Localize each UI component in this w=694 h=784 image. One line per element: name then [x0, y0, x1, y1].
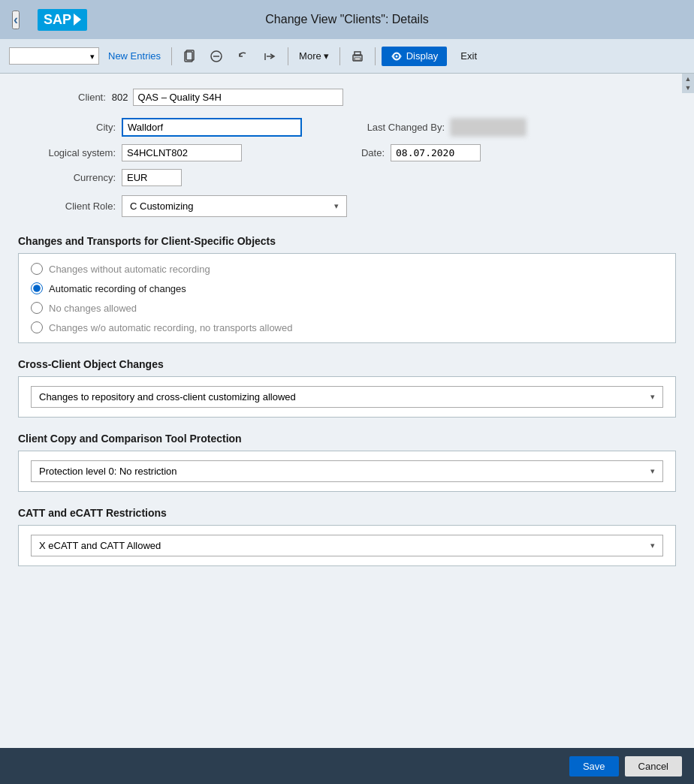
- main-content: ▲ ▼ Client: 802 City: Last Changed By: L…: [0, 74, 694, 748]
- more-label: More: [299, 50, 321, 62]
- toolbar-separator-2: [288, 47, 288, 65]
- undo-icon-button[interactable]: [232, 47, 255, 66]
- radio-item-2: Automatic recording of changes: [31, 282, 663, 294]
- client-copy-value: Protection level 0: No restriction: [39, 466, 177, 477]
- radio-no-changes[interactable]: [31, 302, 43, 314]
- radio-no-changes-label: No changes allowed: [49, 303, 137, 314]
- svg-rect-7: [355, 58, 361, 60]
- logical-system-label: Logical system:: [18, 147, 116, 158]
- svg-rect-6: [355, 52, 361, 56]
- forward-icon: [264, 50, 277, 63]
- cancel-button[interactable]: Cancel: [625, 756, 682, 776]
- bottom-bar: Save Cancel: [0, 748, 694, 784]
- cross-client-box: Changes to repository and cross-client c…: [18, 376, 676, 418]
- title-bar: ‹ SAP Change View "Clients": Details: [0, 0, 694, 39]
- cross-client-title: Cross-Client Object Changes: [18, 358, 676, 370]
- more-button[interactable]: More ▾: [294, 47, 333, 65]
- catt-box: X eCATT and CATT Allowed ▾: [18, 525, 676, 566]
- client-copy-dropdown[interactable]: Protection level 0: No restriction ▾: [31, 460, 663, 482]
- forward-icon-button[interactable]: [259, 47, 282, 66]
- currency-label: Currency:: [18, 172, 116, 183]
- last-changed-col: Last Changed By:: [347, 119, 676, 136]
- scroll-bar-right: ▲ ▼: [682, 74, 694, 93]
- date-col: Date:: [347, 144, 676, 161]
- toolbar-separator-1: [171, 47, 172, 65]
- more-chevron-icon: ▾: [324, 50, 329, 62]
- city-col: City:: [18, 118, 347, 137]
- logical-system-input[interactable]: [122, 144, 242, 161]
- radio-item-1: Changes without automatic recording: [31, 263, 663, 275]
- print-icon-button[interactable]: [346, 47, 369, 66]
- radio-changes-without[interactable]: [31, 263, 43, 275]
- radio-changes-wo-recording[interactable]: [31, 321, 43, 333]
- cross-client-dropdown[interactable]: Changes to repository and cross-client c…: [31, 386, 663, 408]
- radio-item-4: Changes w/o automatic recording, no tran…: [31, 321, 663, 333]
- radio-changes-without-label: Changes without automatic recording: [49, 264, 210, 275]
- scroll-up-icon[interactable]: ▲: [685, 75, 692, 83]
- new-entries-button[interactable]: New Entries: [104, 47, 165, 65]
- copy-icon: [183, 50, 196, 63]
- toolbar-dropdown[interactable]: [9, 47, 99, 65]
- scroll-down-icon[interactable]: ▼: [685, 84, 692, 92]
- radio-item-3: No changes allowed: [31, 302, 663, 314]
- display-btn-label: Display: [406, 50, 439, 62]
- logical-system-col: Logical system:: [18, 144, 347, 161]
- date-input[interactable]: [391, 144, 481, 161]
- copy-icon-button[interactable]: [178, 47, 201, 66]
- client-copy-box: Protection level 0: No restriction ▾: [18, 451, 676, 492]
- dropdown-select-wrapper: [9, 47, 99, 65]
- sap-logo-box: SAP: [38, 9, 87, 31]
- toolbar-separator-4: [375, 47, 376, 65]
- date-label: Date:: [347, 147, 385, 158]
- radio-automatic-recording-label: Automatic recording of changes: [49, 283, 186, 294]
- client-role-dropdown[interactable]: C Customizing ▾: [122, 195, 347, 217]
- client-label: Client:: [78, 92, 106, 103]
- logical-system-row: Logical system: Date:: [18, 144, 676, 161]
- sap-triangle-icon: [74, 14, 81, 26]
- subtract-icon-button[interactable]: [205, 47, 228, 66]
- client-copy-chevron-icon: ▾: [650, 466, 655, 476]
- cross-client-value: Changes to repository and cross-client c…: [39, 391, 296, 403]
- currency-input[interactable]: [122, 169, 182, 186]
- display-button[interactable]: Display: [382, 47, 448, 66]
- print-icon: [351, 50, 364, 63]
- catt-chevron-icon: ▾: [650, 541, 655, 550]
- catt-value: X eCATT and CATT Allowed: [39, 540, 161, 551]
- svg-point-9: [395, 55, 397, 57]
- client-role-value: C Customizing: [130, 201, 194, 212]
- save-button[interactable]: Save: [569, 756, 619, 776]
- client-copy-title: Client Copy and Comparison Tool Protecti…: [18, 433, 676, 445]
- city-input[interactable]: [122, 118, 302, 137]
- catt-title: CATT and eCATT Restrictions: [18, 507, 676, 519]
- client-number: 802: [112, 92, 128, 103]
- last-changed-by-label: Last Changed By:: [347, 122, 445, 133]
- client-role-chevron-icon: ▾: [334, 201, 339, 211]
- display-icon: [391, 50, 403, 62]
- sap-text: SAP: [44, 12, 71, 28]
- client-name-input[interactable]: [133, 89, 343, 106]
- radio-changes-wo-recording-label: Changes w/o automatic recording, no tran…: [49, 322, 292, 333]
- subtract-icon: [210, 50, 223, 63]
- last-changed-by-value: [451, 119, 526, 136]
- changes-transports-title: Changes and Transports for Client-Specif…: [18, 235, 676, 247]
- city-row: City: Last Changed By:: [18, 118, 676, 137]
- exit-button[interactable]: Exit: [454, 47, 483, 65]
- radio-automatic-recording[interactable]: [31, 282, 43, 294]
- currency-row: Currency:: [18, 169, 676, 186]
- client-role-label: Client Role:: [18, 201, 116, 212]
- page-title: Change View "Clients": Details: [265, 13, 428, 26]
- back-button[interactable]: ‹: [12, 11, 20, 29]
- city-label: City:: [18, 122, 116, 133]
- changes-transports-box: Changes without automatic recording Auto…: [18, 253, 676, 343]
- client-row: Client: 802: [78, 89, 676, 106]
- toolbar-separator-3: [339, 47, 340, 65]
- cross-client-chevron-icon: ▾: [650, 392, 655, 402]
- undo-icon: [237, 50, 250, 63]
- client-role-row: Client Role: C Customizing ▾: [18, 195, 676, 217]
- sap-logo: SAP: [38, 9, 87, 31]
- catt-dropdown[interactable]: X eCATT and CATT Allowed ▾: [31, 535, 663, 556]
- toolbar: New Entries More ▾: [0, 39, 694, 74]
